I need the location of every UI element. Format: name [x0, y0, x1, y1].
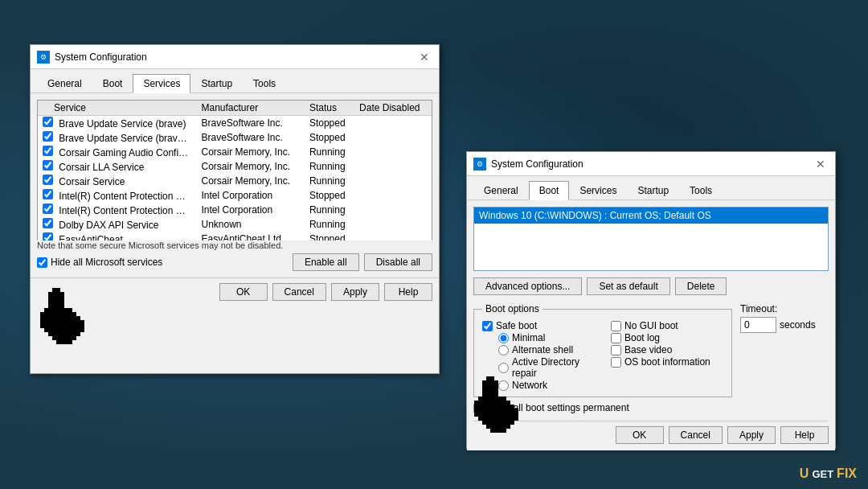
delete-button[interactable]: Delete — [675, 277, 727, 295]
dialog1-cancel-button[interactable]: Cancel — [272, 283, 326, 301]
table-row[interactable]: Corsair Service Corsair Memory, Inc. Run… — [38, 174, 432, 188]
service-name: Corsair Gaming Audio Configurat... — [59, 147, 196, 158]
tab-general-2[interactable]: General — [473, 181, 529, 199]
tab-services-2[interactable]: Services — [569, 181, 627, 199]
tab-boot-2[interactable]: Boot — [529, 181, 570, 200]
tab-general-1[interactable]: General — [37, 74, 92, 92]
tab-startup-1[interactable]: Startup — [190, 74, 243, 92]
safe-boot-label: Safe boot — [496, 320, 537, 331]
dialog1-titlebar: ⚙ System Configuration ✕ — [31, 45, 439, 69]
no-gui-boot-checkbox[interactable] — [611, 321, 621, 331]
service-checkbox[interactable] — [43, 218, 53, 228]
service-manufacturer: EasyAntiCheat Ltd — [197, 232, 305, 240]
service-checkbox[interactable] — [43, 232, 53, 240]
dialog2-help-button[interactable]: Help — [780, 426, 829, 444]
service-date — [354, 159, 432, 174]
seconds-label: seconds — [780, 319, 816, 331]
service-status: Stopped — [305, 188, 354, 203]
service-checkbox[interactable] — [43, 175, 53, 185]
table-row[interactable]: Corsair Gaming Audio Configurat... Corsa… — [38, 145, 432, 159]
boot-right-col: No GUI boot Boot log Base video — [611, 319, 723, 392]
table-row[interactable]: Corsair LLA Service Corsair Memory, Inc.… — [38, 159, 432, 174]
service-checkbox[interactable] — [43, 203, 53, 214]
tab-startup-2[interactable]: Startup — [627, 181, 679, 199]
service-manufacturer: Corsair Memory, Inc. — [197, 145, 305, 159]
timeout-row: 0 seconds — [740, 317, 829, 333]
dialog1-close-button[interactable]: ✕ — [416, 49, 432, 65]
minimal-row: Minimal — [498, 332, 595, 343]
alternate-shell-radio[interactable] — [498, 345, 509, 355]
base-video-checkbox[interactable] — [611, 345, 621, 355]
boot-options-fieldset: Boot options Safe boot Minimal — [473, 303, 732, 397]
minimal-radio[interactable] — [498, 333, 509, 343]
col-service: Service — [38, 101, 197, 116]
service-name: Intel(R) Content Protection HDC... — [59, 205, 196, 216]
dialog2-apply-button[interactable]: Apply — [727, 426, 776, 444]
col-manufacturer: Manufacturer — [197, 101, 305, 116]
table-row[interactable]: Intel(R) Content Protection HDC... Intel… — [38, 203, 432, 217]
service-name: EasyAntiCheat — [59, 234, 122, 240]
service-status: Stopped — [305, 116, 354, 131]
boot-os-list[interactable]: Windows 10 (C:\WINDOWS) : Current OS; De… — [473, 207, 829, 271]
tab-tools-1[interactable]: Tools — [243, 74, 286, 92]
os-boot-info-checkbox[interactable] — [611, 357, 621, 368]
dialog1-help-button[interactable]: Help — [384, 283, 432, 301]
services-table: Service Manufacturer Status Date Disable… — [38, 101, 432, 240]
service-name: Intel(R) Content Protection HEC... — [59, 191, 196, 202]
service-status: Running — [305, 145, 354, 159]
dialog1-system-configuration: ⚙ System Configuration ✕ General Boot Se… — [30, 44, 440, 374]
dialog2-ok-button[interactable]: OK — [616, 426, 664, 444]
table-row[interactable]: Brave Update Service (bravem) BraveSoftw… — [38, 130, 432, 145]
dialog1-action-buttons: OK Cancel Apply Help — [219, 283, 432, 301]
tab-boot-1[interactable]: Boot — [92, 74, 133, 92]
boot-log-checkbox[interactable] — [611, 333, 621, 343]
timeout-section: Timeout: 0 seconds — [740, 303, 829, 414]
dialog2-cancel-button[interactable]: Cancel — [669, 426, 723, 444]
base-video-row: Base video — [611, 344, 723, 355]
service-manufacturer: Intel Corporation — [197, 188, 305, 203]
tab-services-1[interactable]: Services — [133, 74, 190, 93]
network-radio[interactable] — [498, 380, 509, 391]
service-date — [354, 116, 432, 131]
service-checkbox[interactable] — [43, 146, 53, 156]
table-row[interactable]: Dolby DAX API Service Unknown Running — [38, 217, 432, 232]
service-checkbox[interactable] — [43, 160, 53, 171]
note-text: Note that some secure Microsoft services… — [37, 240, 432, 250]
dialog2-close-button[interactable]: ✕ — [813, 156, 829, 172]
make-permanent-checkbox[interactable] — [473, 403, 484, 413]
enable-all-button[interactable]: Enable all — [293, 253, 359, 271]
dialog2-icon: ⚙ — [473, 158, 486, 171]
dialog2-titlebar: ⚙ System Configuration ✕ — [467, 152, 835, 176]
make-permanent-row: Make all boot settings permanent — [473, 402, 732, 413]
dialog1-bottom-bar: OK Cancel Apply Help — [31, 277, 439, 306]
service-checkbox[interactable] — [43, 117, 53, 127]
tab-tools-2[interactable]: Tools — [679, 181, 723, 199]
service-status: Running — [305, 174, 354, 188]
service-date — [354, 217, 432, 232]
dialog1-apply-button[interactable]: Apply — [331, 283, 379, 301]
advanced-options-button[interactable]: Advanced options... — [473, 277, 582, 295]
set-as-default-button[interactable]: Set as default — [587, 277, 669, 295]
boot-os-item[interactable]: Windows 10 (C:\WINDOWS) : Current OS; De… — [474, 208, 828, 224]
hide-ms-services-checkbox[interactable] — [37, 257, 47, 268]
service-date — [354, 130, 432, 145]
timeout-input[interactable]: 0 — [740, 317, 776, 333]
disable-all-button[interactable]: Disable all — [364, 253, 432, 271]
dialog1-icon: ⚙ — [37, 51, 50, 64]
network-row: Network — [498, 380, 595, 391]
table-row[interactable]: Intel(R) Content Protection HEC... Intel… — [38, 188, 432, 203]
network-label: Network — [512, 380, 547, 391]
alternate-shell-label: Alternate shell — [512, 344, 573, 355]
safe-boot-checkbox[interactable] — [482, 321, 493, 331]
minimal-label: Minimal — [512, 332, 545, 343]
dialog1-ok-button[interactable]: OK — [219, 283, 268, 301]
boot-log-label: Boot log — [624, 332, 660, 343]
service-checkbox[interactable] — [43, 131, 53, 142]
dialog2-title: System Configuration — [491, 158, 583, 170]
col-date: Date Disabled — [354, 101, 432, 116]
active-directory-radio[interactable] — [498, 363, 509, 373]
service-checkbox[interactable] — [43, 189, 53, 199]
table-row[interactable]: Brave Update Service (brave) BraveSoftwa… — [38, 116, 432, 131]
boot-log-row: Boot log — [611, 332, 723, 343]
table-row[interactable]: EasyAntiCheat EasyAntiCheat Ltd Stopped — [38, 232, 432, 240]
